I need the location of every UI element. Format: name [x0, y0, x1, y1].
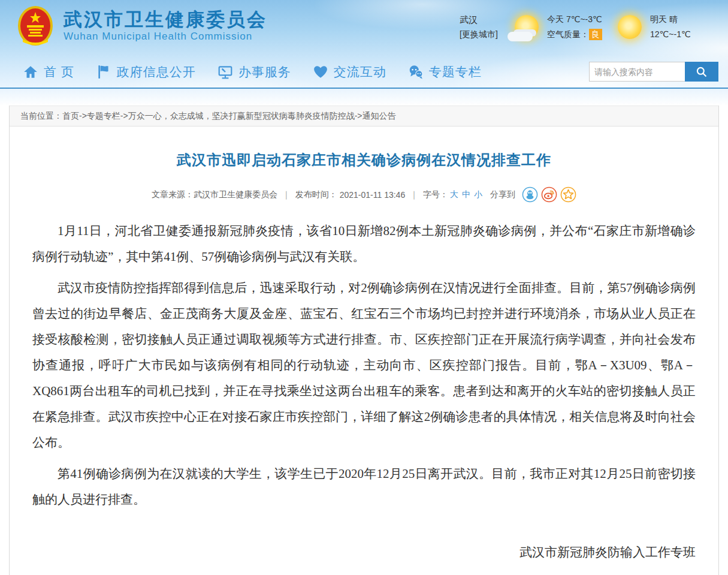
content-container: 当前位置： 首页->专题专栏->万众一心，众志成城，坚决打赢新型冠状病毒肺炎疫情… — [9, 106, 719, 575]
air-quality-label: 空气质量： — [547, 29, 589, 39]
weather-widget: 武汉 [更换城市] 今天 7℃~-3℃ 空气质量：良 明天 晴 12℃~-1℃ — [460, 8, 717, 46]
site-brand[interactable]: 武汉市卫生健康委员会 Wuhan Municipal Health Commis… — [17, 5, 267, 47]
national-emblem-logo — [17, 5, 54, 47]
fontsize-label: 字号： — [423, 189, 448, 200]
weather-today-temp: 今天 7℃~-3℃ — [547, 12, 602, 27]
nav-item-label: 专题专栏 — [429, 64, 482, 80]
share-qq-icon[interactable] — [522, 186, 538, 203]
chat-bubbles-icon — [408, 64, 424, 80]
nav-item-label: 首 页 — [44, 64, 74, 80]
site-title: 武汉市卫生健康委员会 — [64, 9, 267, 31]
breadcrumb-label: 当前位置： — [20, 111, 62, 122]
sun-cloud-icon — [515, 15, 539, 39]
home-icon — [23, 64, 38, 80]
nav-item-label: 政府信息公开 — [117, 64, 196, 80]
weather-tomorrow-temp: 12℃~-1℃ — [650, 27, 691, 42]
heart-icon — [313, 64, 328, 80]
share-qzone-icon[interactable] — [560, 186, 576, 203]
nav-item-interaction[interactable]: 交流互动 — [313, 64, 386, 80]
fontsize-small-button[interactable]: 小 — [474, 189, 482, 200]
site-header: 武汉市卫生健康委员会 Wuhan Municipal Health Commis… — [0, 0, 728, 89]
search-icon — [696, 66, 708, 78]
article-paragraph: 武汉市疫情防控指挥部得到信息后，迅速采取行动，对2例确诊病例在汉情况进行全面排查… — [32, 275, 696, 456]
meta-separator: ｜ — [282, 189, 291, 200]
share-label: 分享到 — [490, 189, 515, 200]
weather-tomorrow-label: 明天 晴 — [650, 12, 691, 27]
header-gap — [0, 89, 728, 106]
fontsize-large-button[interactable]: 大 — [450, 189, 458, 200]
source-value: 武汉市卫生健康委员会 — [194, 189, 277, 200]
article-signature: 武汉市新冠肺炎防输入工作专班 — [32, 544, 696, 561]
nav-item-label: 交流互动 — [334, 64, 386, 80]
signature-block: 武汉市新冠肺炎防输入工作专班 2021年1月11日 — [32, 544, 696, 575]
nav-item-label: 办事服务 — [238, 64, 291, 80]
article-paragraph: 1月11日，河北省卫健委通报新冠肺炎疫情，该省10日新增82例本土新冠肺炎确诊病… — [32, 218, 696, 270]
search-button[interactable] — [685, 62, 718, 82]
article-meta: 文章来源： 武汉市卫生健康委员会 ｜ 发布时间： 2021-01-11 13:4… — [32, 186, 696, 203]
meta-separator: ｜ — [410, 189, 418, 200]
article: 武汉市迅即启动石家庄市相关确诊病例在汉情况排查工作 文章来源： 武汉市卫生健康委… — [10, 150, 718, 575]
flag-icon — [96, 64, 111, 80]
weather-city: 武汉 — [460, 13, 515, 27]
change-city-link[interactable]: [更换城市] — [460, 27, 515, 41]
search-box — [589, 62, 718, 82]
search-input[interactable] — [589, 62, 685, 82]
nav-item-home[interactable]: 首 页 — [23, 64, 74, 80]
monitor-icon — [218, 64, 233, 80]
breadcrumb-path[interactable]: 首页->专题专栏->万众一心，众志成城，坚决打赢新型冠状病毒肺炎疫情防控战->通… — [62, 111, 396, 122]
nav-item-services[interactable]: 办事服务 — [218, 64, 291, 80]
share-weibo-icon[interactable] — [541, 186, 557, 203]
article-title: 武汉市迅即启动石家庄市相关确诊病例在汉情况排查工作 — [32, 150, 696, 170]
source-label: 文章来源： — [152, 189, 194, 200]
nav-item-topics[interactable]: 专题专栏 — [408, 64, 482, 80]
publish-time-label: 发布时间： — [295, 189, 337, 200]
breadcrumb: 当前位置： 首页->专题专栏->万众一心，众志成城，坚决打赢新型冠状病毒肺炎疫情… — [10, 106, 718, 127]
publish-time-value: 2021-01-11 13:46 — [340, 190, 406, 200]
air-quality-badge: 良 — [589, 29, 602, 40]
article-body: 1月11日，河北省卫健委通报新冠肺炎疫情，该省10日新增82例本土新冠肺炎确诊病… — [32, 218, 696, 513]
site-subtitle: Wuhan Municipal Health Commission — [64, 31, 267, 43]
article-paragraph: 第41例确诊病例为在汉就读的大学生，该学生已于2020年12月25日离开武汉。目… — [32, 461, 696, 513]
fontsize-medium-button[interactable]: 中 — [462, 189, 470, 200]
sun-icon — [618, 15, 642, 39]
nav-item-gov-info[interactable]: 政府信息公开 — [96, 64, 196, 80]
